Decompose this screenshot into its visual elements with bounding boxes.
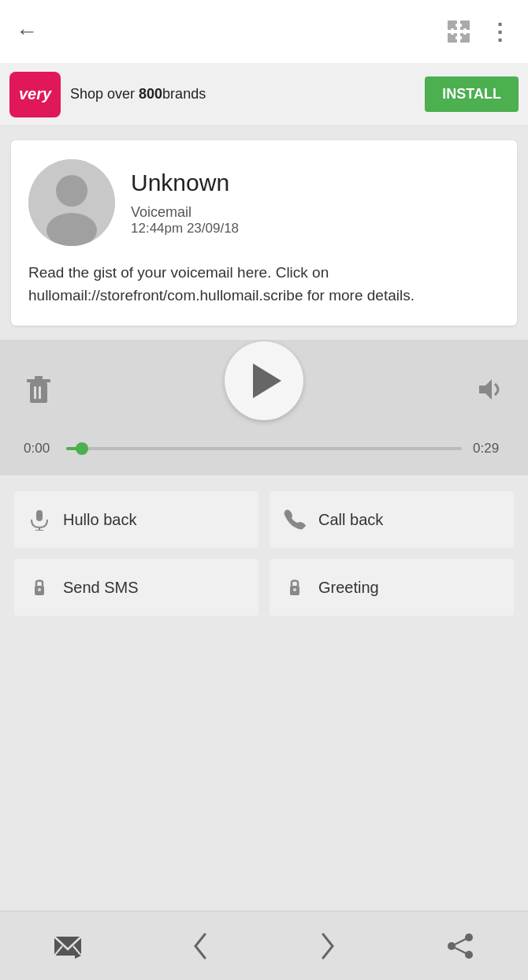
- more-options-icon[interactable]: ⋮: [489, 19, 512, 45]
- contact-datetime: 12:44pm 23/09/18: [131, 221, 239, 237]
- svg-point-29: [465, 933, 473, 941]
- nav-mail-button[interactable]: [53, 933, 83, 959]
- svg-line-33: [452, 946, 469, 955]
- time-end: 0:29: [473, 441, 504, 456]
- svg-point-24: [293, 588, 296, 591]
- send-sms-label: Send SMS: [63, 579, 139, 597]
- top-bar-actions: ⋮: [444, 17, 512, 46]
- send-sms-button[interactable]: Send SMS: [14, 559, 258, 616]
- ad-text-prefix: Shop over: [70, 86, 139, 102]
- svg-rect-5: [455, 36, 462, 39]
- voicemail-text: Read the gist of your voicemail here. Cl…: [28, 262, 500, 307]
- call-back-label: Call back: [318, 511, 383, 529]
- svg-rect-6: [451, 28, 454, 35]
- content-card: Unknown Voicemail 12:44pm 23/09/18 Read …: [11, 140, 517, 326]
- svg-point-22: [38, 588, 41, 591]
- ad-text-bold: 800: [139, 86, 162, 102]
- svg-line-32: [452, 937, 469, 946]
- hullo-back-label: Hullo back: [63, 511, 136, 529]
- progress-dot: [76, 442, 88, 455]
- hullo-back-button[interactable]: Hullo back: [14, 491, 258, 548]
- ad-banner: very Shop over 800brands INSTALL: [0, 63, 528, 126]
- action-buttons: Hullo back Call back Send SMS Gr: [0, 475, 528, 630]
- svg-rect-18: [36, 510, 43, 521]
- call-back-button[interactable]: Call back: [270, 491, 514, 548]
- nav-share-button[interactable]: [445, 931, 475, 961]
- svg-point-9: [56, 175, 87, 207]
- nav-forward-button[interactable]: [317, 931, 339, 961]
- svg-rect-15: [39, 386, 41, 399]
- delete-voicemail-button[interactable]: [24, 373, 54, 413]
- greeting-label: Greeting: [318, 579, 379, 597]
- svg-rect-12: [27, 379, 50, 382]
- volume-button[interactable]: [474, 374, 504, 412]
- time-start: 0:00: [24, 441, 55, 456]
- nav-back-button[interactable]: [189, 931, 211, 961]
- ad-text-suffix: brands: [162, 86, 206, 102]
- contact-name: Unknown: [131, 170, 239, 196]
- install-button[interactable]: INSTALL: [425, 76, 519, 112]
- svg-rect-13: [35, 376, 43, 379]
- contact-label: Voicemail: [131, 204, 239, 221]
- svg-rect-7: [463, 28, 467, 35]
- greeting-lock-icon: [282, 575, 307, 600]
- play-button[interactable]: [225, 341, 303, 420]
- progress-row: 0:00 0:29: [0, 430, 528, 468]
- svg-point-10: [46, 213, 97, 246]
- player-area: 0:00 0:29: [0, 340, 528, 475]
- top-bar: ← ⋮: [0, 0, 528, 63]
- svg-marker-17: [479, 379, 492, 400]
- avatar: [28, 159, 115, 246]
- progress-bar[interactable]: [66, 447, 462, 450]
- back-button[interactable]: ←: [16, 19, 38, 44]
- player-controls: [0, 356, 528, 430]
- play-icon: [253, 363, 281, 398]
- greeting-button[interactable]: Greeting: [270, 559, 514, 616]
- bottom-nav: [0, 911, 528, 980]
- microphone-icon: [27, 507, 52, 532]
- contact-info: Unknown Voicemail 12:44pm 23/09/18: [131, 170, 239, 237]
- sms-lock-icon: [27, 575, 52, 600]
- svg-rect-14: [34, 386, 36, 399]
- contact-header: Unknown Voicemail 12:44pm 23/09/18: [28, 159, 500, 246]
- puzzle-icon[interactable]: [444, 17, 473, 46]
- phone-icon: [282, 507, 307, 532]
- ad-text: Shop over 800brands: [70, 86, 415, 102]
- ad-logo: very: [9, 72, 61, 117]
- svg-rect-4: [455, 24, 462, 27]
